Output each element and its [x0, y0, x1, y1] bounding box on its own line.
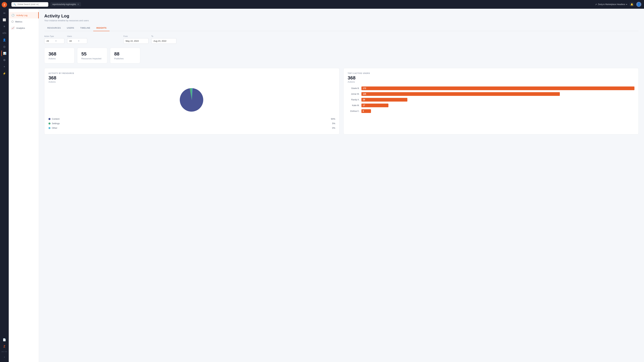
- activity-big-label: Actions: [48, 81, 335, 83]
- content-tabs: RESOURCES USERS TIMELINE INSIGHTS: [44, 25, 639, 31]
- app-logo[interactable]: Z: [2, 2, 7, 7]
- tab-users[interactable]: USERS: [64, 25, 77, 31]
- action-type-select[interactable]: All ▾: [44, 38, 64, 44]
- tab-close-button[interactable]: ✕: [77, 3, 79, 5]
- bar-name-0: Gisele B.: [348, 87, 360, 89]
- legend-content: Content 94%: [48, 117, 335, 121]
- sidebar-item-edit[interactable]: ✏: [1, 10, 8, 16]
- bar-track-1: 125: [362, 92, 634, 96]
- tab-resources[interactable]: RESOURCES: [44, 25, 64, 31]
- left-navigation: 🕐 Activity Log ⬡ Metrics 📈 Analytics: [9, 9, 39, 362]
- bar-fill-1: 125: [362, 92, 560, 96]
- action-type-label: Action Type: [44, 35, 64, 37]
- bar-fill-3: 17: [362, 104, 388, 107]
- action-type-filter: Action Type All ▾: [44, 35, 64, 44]
- sidebar-zesty-logo-bottom[interactable]: Z: [1, 344, 8, 350]
- legend-other-pct: 0%: [332, 127, 335, 129]
- nav-metrics-label: Metrics: [15, 20, 22, 23]
- activity-big-number: 368: [48, 75, 335, 81]
- legend-dot-settings: [48, 122, 50, 124]
- tab-timeline[interactable]: TIMELINE: [77, 25, 93, 31]
- from-label: From: [124, 35, 148, 37]
- sidebar-item-settings[interactable]: ⚙: [1, 57, 8, 63]
- sidebar-item-code[interactable]: </>: [1, 30, 8, 36]
- legend-settings: Settings 5%: [48, 121, 335, 126]
- search-input[interactable]: [18, 3, 46, 5]
- bar-name-3: Katie M.: [348, 104, 360, 107]
- charts-row: ACTIVITY BY RESOURCE 368 Actions: [44, 68, 639, 134]
- bar-fill-0: 172: [362, 86, 634, 90]
- legend-settings-pct: 5%: [332, 122, 335, 125]
- to-label: To: [151, 35, 176, 37]
- action-type-value: All: [46, 40, 49, 42]
- sidebar-item-target[interactable]: ◎: [1, 43, 8, 50]
- legend-dot-content: [48, 118, 50, 120]
- legend-other: Other 0%: [48, 126, 335, 130]
- tab-path-label: reports/activity-log/insights: [52, 3, 76, 5]
- users-label: Users: [67, 35, 87, 37]
- search-icon: 🔍: [14, 3, 16, 6]
- users-select[interactable]: All ▾: [67, 38, 87, 44]
- stat-actions-label: Actions: [48, 57, 70, 60]
- stat-actions-number: 368: [48, 51, 70, 57]
- nav-item-activity-log[interactable]: 🕐 Activity Log: [9, 12, 39, 18]
- bar-name-4: Zoshua C.: [348, 110, 360, 112]
- users-value: All: [69, 40, 72, 42]
- analytics-icon: 📈: [12, 26, 14, 29]
- stat-publishes-label: Publishes: [114, 57, 136, 60]
- to-date-input[interactable]: Aug 23, 2022: [151, 38, 176, 44]
- to-date-value: Aug 23, 2022: [154, 40, 166, 42]
- chevron-down-icon: ▾: [626, 3, 627, 5]
- topbar: 🔍 reports/activity-log/insights ✕ ↗ Zest…: [9, 0, 644, 9]
- bar-row-3: Katie M. 17: [348, 104, 634, 107]
- sidebar-item-media[interactable]: ⬜: [1, 17, 8, 23]
- page-content: Activity Log Your instance timeline by r…: [39, 9, 644, 362]
- tab-insights[interactable]: INSIGHTS: [93, 25, 110, 31]
- sidebar-item-add[interactable]: +: [1, 64, 8, 70]
- pie-chart: [178, 86, 205, 113]
- stat-card-resources: 55 Resources Impacted: [77, 48, 107, 63]
- sidebar-item-docs[interactable]: 📄: [1, 337, 8, 343]
- users-filter: Users All ▾: [67, 35, 87, 44]
- sidebar-version-label: afa2 c43c: [2, 350, 8, 353]
- metrics-icon: ⬡: [12, 20, 14, 23]
- active-tab-pill[interactable]: reports/activity-log/insights ✕: [50, 2, 81, 6]
- sidebar-item-people[interactable]: 👤: [1, 37, 8, 43]
- from-date-input[interactable]: May 22, 2022: [124, 38, 148, 44]
- top-users-panel: TOP 5 ACTIVE USERS 368 Actions Gisele B.…: [344, 68, 639, 134]
- sidebar-item-plugin[interactable]: ⚡: [1, 70, 8, 76]
- stat-card-actions: 368 Actions: [44, 48, 74, 63]
- user-avatar[interactable]: 👤: [636, 2, 641, 7]
- bar-row-2: Randy A. 29: [348, 98, 634, 102]
- nav-item-analytics[interactable]: 📈 Analytics: [9, 25, 39, 31]
- stat-resources-label: Resources Impacted: [81, 57, 103, 60]
- sidebar-item-reports[interactable]: 📊: [1, 50, 8, 56]
- from-date-value: May 22, 2022: [126, 40, 139, 42]
- notification-button[interactable]: 🔔: [629, 2, 634, 7]
- top-users-section-title: TOP 5 ACTIVE USERS: [348, 72, 634, 74]
- from-date-filter: From May 22, 2022: [124, 35, 148, 44]
- instance-name-label: Zesty.io Marketplace Headless: [598, 3, 625, 5]
- legend-content-label: Content: [52, 118, 60, 120]
- bar-row-1: Jomar M. 125: [348, 92, 634, 96]
- page-subtitle: Your instance timeline by resources and …: [44, 19, 639, 22]
- sidebar-expand-button[interactable]: ›: [1, 354, 8, 360]
- sidebar-icons: Z ✏ ⬜ ≡ </> 👤 ◎ 📊 ⚙ + ⚡ 📄 Z afa2 c43c ›: [0, 0, 9, 362]
- bar-name-1: Jomar M.: [348, 93, 360, 95]
- global-search-box[interactable]: 🔍: [12, 2, 48, 7]
- page-title: Activity Log: [44, 13, 639, 18]
- nav-item-metrics[interactable]: ⬡ Metrics: [9, 18, 39, 25]
- legend-content-pct: 94%: [331, 118, 335, 120]
- bar-row-4: Zoshua C. 6: [348, 109, 634, 113]
- bar-fill-4: 6: [362, 109, 371, 113]
- to-date-filter: To Aug 23, 2022: [151, 35, 176, 44]
- bar-fill-2: 29: [362, 98, 407, 102]
- stat-publishes-number: 88: [114, 51, 136, 57]
- filters-row: Action Type All ▾ Users All ▾ From: [44, 35, 639, 44]
- sidebar-item-database[interactable]: ≡: [1, 23, 8, 29]
- top-users-big-number: 368: [348, 75, 634, 81]
- instance-selector[interactable]: ↗ Zesty.io Marketplace Headless ▾: [595, 3, 627, 6]
- bar-row-0: Gisele B. 172: [348, 86, 634, 90]
- bar-name-2: Randy A.: [348, 98, 360, 101]
- pie-legend: Content 94% Settings 5%: [48, 117, 335, 130]
